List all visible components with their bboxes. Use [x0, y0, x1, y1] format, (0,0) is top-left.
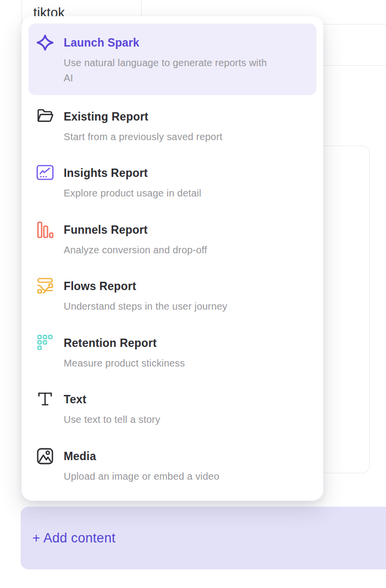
menu-item-flows-report[interactable]: Flows Report Understand steps in the use… [36, 279, 310, 314]
retention-grid-icon [36, 334, 54, 354]
menu-item-label: Flows Report [64, 279, 227, 294]
add-content-button[interactable]: + Add content [21, 507, 386, 569]
flows-icon [36, 277, 54, 297]
menu-item-description: Upload an image or embed a video [64, 469, 219, 484]
menu-item-description: Understand steps in the user journey [64, 299, 227, 314]
menu-item-description: Start from a previously saved report [64, 129, 222, 145]
menu-item-label: Retention Report [64, 336, 185, 350]
funnels-bars-icon [36, 221, 54, 241]
menu-item-existing-report[interactable]: Existing Report Start from a previously … [36, 109, 310, 145]
media-image-icon [36, 447, 54, 467]
menu-item-funnels-report[interactable]: Funnels Report Analyze conversion and dr… [36, 222, 310, 258]
menu-item-description: Analyze conversion and drop-off [64, 243, 207, 258]
menu-item-insights-report[interactable]: Insights Report Explore product usage in… [36, 166, 310, 201]
menu-item-description: Measure product stickiness [64, 356, 185, 371]
menu-item-description: Use text to tell a story [64, 412, 160, 427]
menu-item-description: Explore product usage in detail [64, 186, 201, 201]
spark-icon [36, 34, 54, 53]
description-line: AI [64, 73, 73, 83]
menu-item-label: Text [64, 392, 160, 407]
menu-item-media[interactable]: Media Upload an image or embed a video [36, 449, 310, 484]
menu-item-label: Existing Report [64, 109, 222, 124]
table-column-divider [22, 0, 22, 24]
text-icon [36, 391, 54, 410]
description-line: Use natural language to generate reports… [64, 57, 267, 68]
menu-item-launch-spark[interactable]: Launch Spark Use natural language to gen… [36, 35, 310, 86]
page: tiktok Launch Spark Use natural language… [0, 0, 386, 588]
add-content-menu: Launch Spark Use natural language to gen… [22, 16, 323, 501]
folder-icon [36, 108, 54, 127]
menu-item-text[interactable]: Text Use text to tell a story [36, 392, 310, 427]
menu-item-label: Funnels Report [64, 222, 207, 237]
menu-item-label: Media [64, 449, 219, 464]
add-content-label: + Add content [32, 531, 116, 546]
menu-item-label: Insights Report [64, 166, 201, 180]
insights-chart-icon [36, 164, 54, 184]
menu-item-description: Use natural language to generate reports… [64, 55, 267, 86]
menu-item-retention-report[interactable]: Retention Report Measure product stickin… [36, 336, 310, 371]
menu-item-label: Launch Spark [64, 35, 267, 50]
